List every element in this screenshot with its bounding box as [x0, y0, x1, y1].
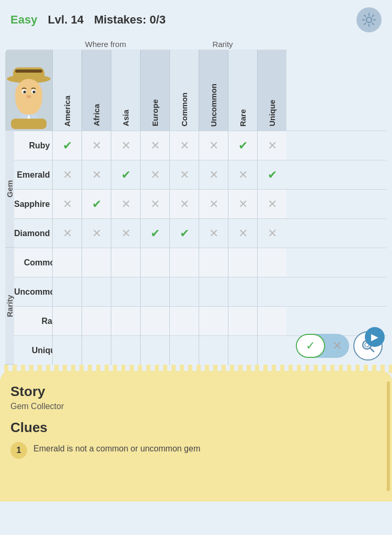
grid-cell[interactable] [52, 307, 82, 336]
check-mark: ✔ [151, 227, 160, 240]
play-button[interactable]: ▶ [365, 327, 385, 347]
grid-cell[interactable]: ✕ [111, 131, 140, 160]
grid-cell[interactable]: ✕ [52, 219, 82, 248]
grid-cell[interactable]: ✕ [111, 190, 140, 219]
confirm-check-button[interactable]: ✓ [296, 334, 325, 358]
grid-cell[interactable]: ✕ [169, 160, 199, 190]
grid-cell[interactable]: ✔ [111, 160, 140, 190]
table-body: Gem Ruby Emerald Sapphire Diamond Rarity… [5, 131, 387, 365]
where-from-category: Where from [47, 40, 164, 49]
grid-cell[interactable]: ✕ [228, 190, 257, 219]
cross-mark: ✕ [238, 197, 248, 211]
cross-mark: ✕ [268, 139, 277, 153]
grid-cell[interactable]: ✕ [228, 219, 257, 248]
clues-title: Clues [10, 420, 382, 436]
grid-cell[interactable]: ✕ [82, 160, 111, 190]
grid-cell[interactable]: ✕ [82, 219, 111, 248]
gem-group: Gem Ruby Emerald Sapphire Diamond [5, 131, 52, 248]
cross-mark: ✕ [151, 139, 160, 153]
grid-cell[interactable]: ✔ [257, 160, 286, 190]
grid-cell[interactable]: ✕ [199, 160, 228, 190]
header: Easy Lvl. 14 Mistakes: 0/3 [0, 0, 392, 40]
confirm-x-button[interactable]: ✕ [325, 334, 349, 358]
grid-cell[interactable] [199, 277, 228, 307]
grid-cell[interactable] [111, 248, 140, 277]
cross-mark: ✕ [151, 197, 160, 211]
grid-cell[interactable] [140, 248, 169, 277]
mistakes-label: Mistakes: 0/3 [94, 13, 346, 27]
grid-cell[interactable]: ✕ [199, 190, 228, 219]
grid-cell[interactable]: ✕ [140, 190, 169, 219]
grid-cell[interactable] [169, 248, 199, 277]
cross-mark: ✕ [151, 168, 160, 182]
grid-cell[interactable]: ✔ [140, 219, 169, 248]
column-headers: America Africa Asia Europe Common Uncomm… [52, 50, 286, 131]
grid-cell[interactable] [169, 277, 199, 307]
grid-cell[interactable] [228, 307, 257, 336]
grid-cell[interactable] [52, 336, 82, 365]
svg-point-0 [366, 17, 372, 22]
settings-icon[interactable] [356, 7, 382, 32]
rarity-category: Rarity [164, 40, 281, 49]
grid-cell[interactable]: ✕ [140, 160, 169, 190]
grid-cell[interactable] [257, 307, 286, 336]
grid-row: ✕✕✕✔✔✕✕✕ [52, 218, 387, 248]
grid-cell[interactable]: ✕ [52, 190, 82, 219]
grid-cell[interactable]: ✕ [52, 160, 82, 190]
grid-cell[interactable]: ✕ [82, 131, 111, 160]
floating-buttons: ✓ ✕ ▶ [296, 331, 383, 360]
grid-cell[interactable] [228, 248, 257, 277]
check-mark: ✔ [238, 139, 248, 153]
grid-cell[interactable] [111, 307, 140, 336]
grid-cell[interactable]: ✕ [199, 219, 228, 248]
grid-cell[interactable]: ✕ [228, 160, 257, 190]
rarity-group: Rarity Common Uncommon Rare Unique [5, 248, 52, 365]
grid-cell[interactable] [199, 248, 228, 277]
grid-cell[interactable]: ✕ [169, 190, 199, 219]
grid-cell[interactable] [82, 277, 111, 307]
grid-cell[interactable] [52, 248, 82, 277]
grid-cell[interactable] [111, 336, 140, 365]
grid-cell[interactable]: ✕ [257, 219, 286, 248]
grid-cell[interactable] [257, 277, 286, 307]
grid-cell[interactable]: ✔ [228, 131, 257, 160]
grid-cell[interactable] [111, 277, 140, 307]
scrollbar[interactable] [387, 381, 390, 491]
grid-cell[interactable] [82, 336, 111, 365]
story-section: Story Gem Collector Clues 1 Emerald is n… [0, 371, 392, 502]
confirm-button-group: ✓ ✕ [296, 334, 349, 358]
grid-cell[interactable]: ✕ [169, 131, 199, 160]
grid-cell[interactable] [228, 336, 257, 365]
grid-cell[interactable] [140, 307, 169, 336]
col-unique: Unique [257, 50, 286, 131]
grid-cell[interactable]: ✕ [257, 190, 286, 219]
grid-cell[interactable]: ✕ [199, 131, 228, 160]
grid-cell[interactable]: ✔ [169, 219, 199, 248]
grid-cell[interactable] [82, 248, 111, 277]
col-africa: Africa [82, 50, 111, 131]
grid-cell[interactable] [140, 336, 169, 365]
grid-cells: ✔✕✕✕✕✕✔✕✕✕✔✕✕✕✕✔✕✔✕✕✕✕✕✕✕✕✕✔✔✕✕✕ [52, 131, 387, 365]
grid-cell[interactable] [257, 248, 286, 277]
check-mark: ✔ [268, 168, 277, 182]
grid-cell[interactable] [257, 336, 286, 365]
grid-cell[interactable]: ✔ [82, 190, 111, 219]
grid-cell[interactable]: ✕ [111, 219, 140, 248]
grid-cell[interactable] [82, 307, 111, 336]
grid-cell[interactable] [199, 307, 228, 336]
col-common: Common [169, 50, 199, 131]
table-header: America Africa Asia Europe Common Uncomm… [5, 50, 387, 131]
check-mark: ✔ [180, 227, 189, 240]
grid-cell[interactable] [169, 307, 199, 336]
grid-cell[interactable] [169, 336, 199, 365]
grid-cell[interactable] [199, 336, 228, 365]
grid-cell[interactable]: ✔ [52, 131, 82, 160]
cross-mark: ✕ [180, 168, 189, 182]
grid-cell[interactable] [228, 277, 257, 307]
difficulty-label: Easy [10, 13, 37, 27]
grid-cell[interactable] [52, 277, 82, 307]
grid-cell[interactable]: ✕ [140, 131, 169, 160]
grid-cell[interactable]: ✕ [257, 131, 286, 160]
grid-cell[interactable] [140, 277, 169, 307]
cross-mark: ✕ [268, 197, 277, 211]
